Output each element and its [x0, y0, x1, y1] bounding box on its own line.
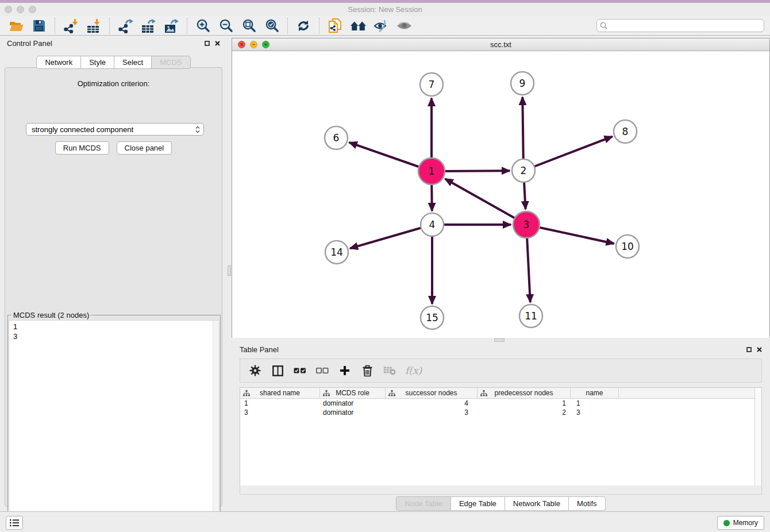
run-mcds-button[interactable]: Run MCDS: [55, 141, 109, 155]
clone-network-button[interactable]: [324, 17, 346, 35]
memory-label: Memory: [733, 519, 758, 527]
export-network-icon: [118, 18, 133, 33]
search-box[interactable]: [596, 19, 764, 32]
close-panel-icon[interactable]: [215, 41, 220, 46]
node-label-8: 8: [622, 126, 629, 137]
cell-name[interactable]: 3: [571, 408, 619, 417]
export-table-button[interactable]: [137, 17, 160, 35]
delete-column-button[interactable]: [360, 362, 374, 379]
cell-successor-nodes[interactable]: 4: [386, 399, 478, 407]
cell-shared-name[interactable]: 3: [240, 408, 320, 417]
deselect-all-columns-button[interactable]: [315, 362, 329, 379]
network-graph[interactable]: 1234678910111415: [232, 51, 769, 338]
criterion-dropdown[interactable]: strongly connected component: [26, 123, 204, 136]
cell-shared-name[interactable]: 1: [240, 399, 320, 407]
column-label: successor nodes: [405, 389, 457, 397]
edge-3-1[interactable]: [445, 179, 526, 225]
mcds-result-textarea[interactable]: 1 3: [9, 320, 220, 531]
column-header-successor-nodes[interactable]: successor nodes: [386, 388, 478, 398]
delete-table-button[interactable]: [383, 362, 396, 379]
float-panel-icon[interactable]: [205, 41, 210, 46]
zoom-in-button[interactable]: [191, 17, 214, 35]
column-header-predecessor-nodes[interactable]: predecessor nodes: [478, 388, 571, 398]
zoom-out-button[interactable]: [214, 17, 237, 35]
column-label: name: [586, 389, 603, 397]
task-history-button[interactable]: [6, 516, 23, 530]
close-panel-icon[interactable]: [757, 347, 762, 352]
table-row[interactable]: 1 dominator 4 1 1: [240, 399, 761, 408]
tab-style[interactable]: Style: [81, 56, 114, 69]
result-scrollbar[interactable]: [213, 321, 219, 530]
horizontal-splitter-handle[interactable]: [494, 338, 505, 342]
mcds-result-line: 1: [13, 322, 219, 331]
edge-2-8[interactable]: [523, 137, 613, 171]
toggle-column-panel-button[interactable]: [271, 362, 284, 379]
tab-network-table[interactable]: Network Table: [505, 496, 569, 511]
cell-predecessor-nodes[interactable]: 2: [478, 408, 571, 417]
tab-network[interactable]: Network: [36, 56, 81, 69]
open-session-button[interactable]: [5, 17, 28, 35]
network-canvas[interactable]: 1234678910111415: [232, 51, 769, 338]
table-row[interactable]: 3 dominator 3 2 3: [240, 408, 761, 417]
toolbar-separator: [187, 18, 187, 34]
cell-successor-nodes[interactable]: 3: [386, 408, 478, 417]
cell-predecessor-nodes[interactable]: 1: [478, 399, 571, 407]
table-vertical-scrollbar[interactable]: [754, 388, 761, 485]
column-panel-icon: [272, 365, 283, 376]
control-panel: Control Panel Network Style Select MCDS …: [0, 36, 227, 511]
import-table-button[interactable]: [82, 17, 105, 35]
import-network-button[interactable]: [59, 17, 82, 35]
refresh-layout-button[interactable]: [292, 17, 315, 35]
nested-networks-button[interactable]: [346, 17, 369, 35]
save-session-button[interactable]: [28, 17, 51, 35]
toolbar-separator: [319, 18, 319, 34]
tab-mcds[interactable]: MCDS: [152, 56, 190, 69]
import-network-icon: [63, 18, 79, 33]
cell-mcds-role[interactable]: dominator: [320, 408, 386, 417]
node-table[interactable]: shared name MCDS role successor nodes pr…: [240, 387, 762, 485]
add-column-button[interactable]: [338, 362, 352, 379]
export-image-icon: [164, 18, 179, 33]
tab-node-table[interactable]: Node Table: [396, 496, 451, 511]
close-panel-button[interactable]: Close panel: [117, 141, 172, 155]
vertical-splitter-handle[interactable]: [228, 265, 231, 276]
control-panel-tabs: Network Style Select MCDS: [0, 56, 227, 69]
vertical-splitter[interactable]: [227, 36, 232, 511]
function-builder-button[interactable]: f(x): [405, 362, 422, 379]
export-network-button[interactable]: [114, 17, 137, 35]
memory-status-dot: [723, 520, 730, 526]
node-label-11: 11: [525, 310, 537, 322]
tab-select[interactable]: Select: [114, 56, 152, 69]
mcds-result-group: MCDS result (2 nodes) 1 3: [7, 315, 221, 532]
mcds-result-title: MCDS result (2 nodes): [11, 311, 91, 319]
zoom-selected-icon: [265, 18, 279, 33]
tab-edge-table[interactable]: Edge Table: [451, 496, 505, 511]
export-image-button[interactable]: [160, 17, 183, 35]
show-all-button[interactable]: [392, 17, 415, 35]
column-header-shared-name[interactable]: shared name: [240, 388, 320, 398]
fx-icon: f(x): [405, 365, 422, 376]
attribute-tree-icon: [480, 390, 487, 396]
search-input[interactable]: [608, 20, 764, 31]
column-label: predecessor nodes: [494, 389, 553, 397]
tab-motifs[interactable]: Motifs: [569, 496, 606, 511]
horizontal-splitter[interactable]: [232, 338, 770, 342]
select-all-columns-button[interactable]: [293, 362, 307, 379]
edge-4-14[interactable]: [350, 225, 432, 248]
table-header-row: shared name MCDS role successor nodes pr…: [240, 388, 761, 399]
zoom-selected-button[interactable]: [260, 17, 283, 35]
cell-mcds-role[interactable]: dominator: [320, 399, 386, 407]
memory-button[interactable]: Memory: [717, 516, 764, 530]
zoom-fit-button[interactable]: [237, 17, 260, 35]
attribute-tree-icon: [388, 390, 395, 396]
hide-selected-button[interactable]: [369, 17, 392, 35]
table-settings-button[interactable]: [248, 362, 262, 379]
attribute-tree-icon: [323, 390, 330, 396]
column-header-name[interactable]: name: [571, 388, 619, 398]
table-horizontal-scrollbar[interactable]: [240, 485, 762, 495]
cell-name[interactable]: 1: [571, 399, 619, 407]
column-header-mcds-role[interactable]: MCDS role: [320, 388, 386, 398]
network-window-titlebar[interactable]: × − + scc.txt: [232, 38, 769, 51]
float-panel-icon[interactable]: [746, 347, 752, 352]
criterion-dropdown-value: strongly connected component: [32, 125, 195, 134]
